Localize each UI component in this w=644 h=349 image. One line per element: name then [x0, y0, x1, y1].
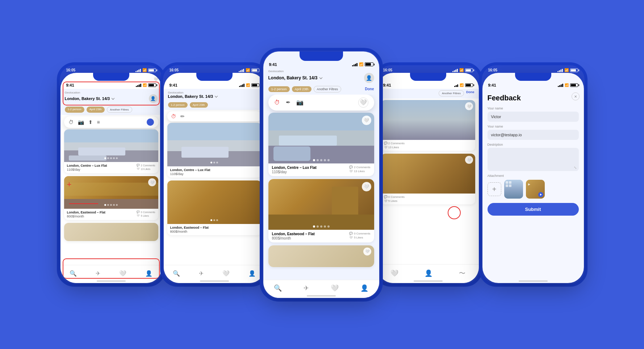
attachment-row: +	[488, 180, 579, 199]
card-price-1-2: 800$/month	[67, 215, 106, 218]
close-feedback-btn[interactable]: ✕	[572, 92, 580, 100]
dots-row-1-1	[64, 156, 158, 161]
done-btn-4[interactable]: Done	[466, 90, 474, 96]
name-input[interactable]: Victor	[488, 112, 579, 122]
tool-camera-3[interactable]: 📷	[296, 99, 304, 106]
signal-bars-inner-1	[136, 83, 141, 87]
listing-card-4-2[interactable]: 🤍 💬 0 Comments 🤍 5 Likes	[381, 154, 475, 204]
card-comments-4-2: 💬 0 Comments	[384, 195, 405, 199]
card-img-2-2	[167, 180, 262, 224]
attachment-thumb-1[interactable]	[504, 180, 523, 199]
filter-chip-more-4[interactable]: Another Filtres	[439, 90, 464, 96]
feedback-title: Feedback	[488, 94, 579, 102]
tool-pen-3[interactable]: ✒	[286, 99, 290, 106]
heart-btn-4-1[interactable]: 🤍	[465, 102, 473, 110]
phone-1-header: Geolocation London, Bakery St. 14/3 👤	[60, 89, 162, 105]
card-title-1-2: London, Eastwood – Flat	[67, 211, 106, 214]
phone-3-notch	[300, 51, 343, 61]
nav-wave-4[interactable]: 〜	[459, 269, 465, 278]
home-indicator-3	[307, 295, 336, 296]
listing-card-1-2[interactable]: 🤍 London, Eastwood – Flat	[64, 176, 158, 220]
nav-favorites-2[interactable]: 🤍	[222, 270, 230, 277]
tool-camera-1[interactable]: 📷	[78, 119, 84, 125]
filter-chip-more-1[interactable]: Another Filtres	[107, 107, 132, 113]
card-info-3-1: London, Centre – Lux Flat 110$/day 💬 2 C…	[268, 163, 374, 176]
card-comments-1-1: 💬 2 Comments	[137, 164, 155, 167]
phone-4-outer-status: 16:05 📶	[377, 66, 479, 73]
listing-card-2-2[interactable]: London, Eastwood – Flat 800$/month	[167, 180, 262, 235]
tool-search-btn-1[interactable]	[147, 119, 154, 126]
phone-1-inner-icons: 📶	[136, 83, 156, 87]
nav-search-2[interactable]: 🔍	[173, 270, 180, 277]
attachment-label: Attachment	[488, 174, 579, 178]
card-comments-3-2: 💬 0 Comments	[349, 232, 370, 235]
email-input[interactable]: victor@testapp.io	[488, 130, 579, 140]
tool-menu-1[interactable]: ≡	[97, 119, 100, 125]
tool-timer-2[interactable]: ⏱	[171, 113, 176, 119]
heart-btn-3-3[interactable]: 🤍	[363, 248, 371, 255]
filter-chip-more-3[interactable]: Another Filtres	[314, 86, 342, 92]
phone-2-filters: 1-2 person April 23th	[164, 101, 265, 110]
nav-search-1[interactable]: 🔍	[70, 270, 77, 277]
card-likes-1-2: 🤍 5 Likes	[137, 214, 155, 217]
heart-btn-4-2[interactable]: 🤍	[465, 156, 473, 164]
tool-timer-3[interactable]: ⏱	[274, 99, 280, 106]
phone-3-time: 9:41	[269, 62, 277, 67]
nav-person-4[interactable]: 👤	[425, 269, 432, 277]
phone-1-location[interactable]: London, Bakery St. 14/3	[65, 96, 114, 101]
nav-search-3[interactable]: 🔍	[274, 284, 282, 292]
phone-2-geo: Geolocation	[168, 91, 261, 94]
tool-pen-2[interactable]: ✏	[180, 113, 185, 119]
heart-btn-3-2[interactable]: 🤍	[362, 182, 371, 191]
phone-2-location[interactable]: London, Bakery St. 14/3	[168, 94, 218, 99]
phone-1-outer-status: 16:05 📶	[60, 66, 162, 73]
phone-2: 9:41 📶 Ge	[164, 73, 265, 283]
phone-1-avatar[interactable]: 👤	[149, 94, 158, 103]
listing-card-3-2[interactable]: 🤍 London, Eastwood – Flat	[268, 179, 374, 242]
phone-4-notch	[410, 73, 446, 81]
card-img-1-1	[64, 129, 158, 162]
filter-chip-persons-3[interactable]: 1-2 person	[268, 86, 290, 92]
attachment-section: Attachment +	[488, 174, 579, 199]
tool-timer-1[interactable]: ⏱	[68, 119, 74, 125]
card-info-1-2: London, Eastwood – Flat 800$/month 💬 0 C…	[64, 209, 158, 220]
email-label: Your name	[488, 125, 579, 128]
nav-flights-3[interactable]: ✈	[304, 284, 309, 292]
add-attachment-btn[interactable]: +	[488, 182, 501, 196]
phone-1-filters: 1-2 person April 23th Another Filtres	[60, 105, 162, 115]
listing-card-2-1[interactable]: London, Centre – Lux Flat 110$/day	[167, 123, 262, 178]
nav-profile-3[interactable]: 👤	[360, 284, 368, 292]
listing-card-1-1[interactable]: London, Centre – Lux Flat 110$/day 💬 2 C…	[64, 129, 158, 173]
nav-heart-4[interactable]: 🤍	[390, 269, 398, 277]
phone-3-location[interactable]: London, Bakery St. 14/3	[268, 75, 322, 80]
nav-flights-1[interactable]: ✈	[96, 270, 100, 277]
tool-share-1[interactable]: ⬆	[88, 119, 93, 125]
description-textarea[interactable]: ⤡	[488, 148, 579, 171]
filter-chip-persons-1[interactable]: 1-2 person	[65, 107, 84, 113]
heart-floating-3[interactable]: 🤍	[358, 97, 368, 108]
heart-btn-3-1[interactable]: 🤍	[362, 116, 371, 125]
card-likes-4-2: 🤍 5 Likes	[384, 199, 405, 203]
attachment-thumb-2[interactable]: ▶	[526, 180, 545, 199]
heart-btn-1-2[interactable]: 🤍	[148, 178, 156, 186]
done-btn-3[interactable]: Done	[365, 87, 374, 91]
phone-3-geo: Geolocation	[268, 70, 374, 73]
listing-card-4-1[interactable]: 🤍 💬 2 Comments 🤍 13 Like	[381, 100, 475, 151]
phone-3-avatar[interactable]: 👤	[364, 73, 374, 83]
filter-chip-date-3[interactable]: April 23th	[292, 86, 311, 92]
submit-btn[interactable]: Submit	[488, 203, 579, 216]
phone-4: 9:41 📶 Another	[377, 73, 479, 283]
nav-favorites-3[interactable]: 🤍	[331, 284, 339, 292]
listing-card-3-1[interactable]: 🤍 London, Centre – Lux Flat	[268, 113, 374, 176]
heart-icon-3: 🤍	[331, 284, 339, 292]
nav-profile-1[interactable]: 👤	[145, 270, 152, 277]
filter-chip-date-2[interactable]: April 23th	[190, 102, 208, 108]
phones-container: 16:05 📶	[0, 0, 644, 349]
person-icon-3: 👤	[360, 284, 368, 292]
nav-flights-2[interactable]: ✈	[199, 270, 204, 277]
nav-favorites-1[interactable]: 🤍	[119, 270, 126, 277]
filter-chip-date-1[interactable]: April 23th	[87, 107, 105, 113]
nav-profile-2[interactable]: 👤	[248, 270, 256, 277]
filter-chip-persons-2[interactable]: 1-2 person	[168, 102, 188, 108]
battery-inner-1	[148, 83, 156, 87]
